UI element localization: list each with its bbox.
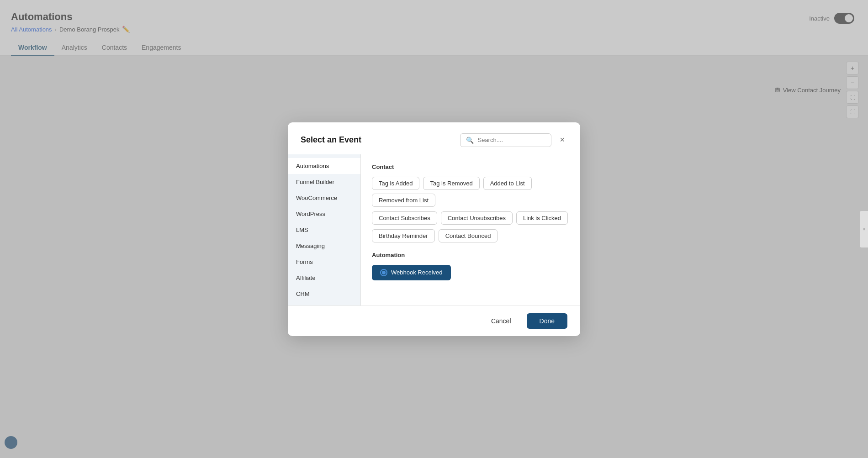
sidebar-item-automations[interactable]: Automations bbox=[288, 158, 360, 174]
modal-content-area: Contact Tag is Added Tag is Removed Adde… bbox=[361, 154, 580, 305]
cancel-button[interactable]: Cancel bbox=[481, 313, 521, 329]
modal-footer: Cancel Done bbox=[288, 305, 580, 336]
sidebar-item-funnel-builder[interactable]: Funnel Builder bbox=[288, 174, 360, 190]
chip-tag-is-added[interactable]: Tag is Added bbox=[372, 177, 419, 190]
chip-link-is-clicked[interactable]: Link is Clicked bbox=[516, 211, 568, 225]
search-icon: 🔍 bbox=[466, 137, 474, 144]
chip-contact-bounced[interactable]: Contact Bounced bbox=[439, 229, 498, 242]
webhook-received-label: Webhook Received bbox=[391, 269, 443, 276]
search-box: 🔍 bbox=[460, 133, 551, 147]
modal-sidebar: Automations Funnel Builder WooCommerce W… bbox=[288, 154, 361, 305]
automation-section-label: Automation bbox=[372, 252, 569, 258]
sidebar-item-messaging[interactable]: Messaging bbox=[288, 238, 360, 254]
contact-chips-row-1: Tag is Added Tag is Removed Added to Lis… bbox=[372, 177, 569, 207]
chip-contact-unsubscribes[interactable]: Contact Unsubscribes bbox=[441, 211, 513, 225]
side-widget-icon: ≡ bbox=[862, 228, 867, 231]
chip-tag-is-removed[interactable]: Tag is Removed bbox=[423, 177, 479, 190]
webhook-received-button[interactable]: Webhook Received bbox=[372, 265, 451, 280]
sidebar-item-woocommerce[interactable]: WooCommerce bbox=[288, 190, 360, 206]
contact-chips-row-3: Birthday Reminder Contact Bounced bbox=[372, 229, 569, 242]
contact-section-label: Contact bbox=[372, 163, 569, 170]
done-button[interactable]: Done bbox=[527, 313, 567, 329]
contact-section: Contact Tag is Added Tag is Removed Adde… bbox=[372, 163, 569, 242]
close-button[interactable]: × bbox=[557, 134, 567, 146]
sidebar-item-wordpress[interactable]: WordPress bbox=[288, 206, 360, 222]
modal-overlay: Select an Event 🔍 × Automations Funnel B… bbox=[0, 0, 868, 458]
contact-chips-row-2: Contact Subscribes Contact Unsubscribes … bbox=[372, 211, 569, 225]
chip-added-to-list[interactable]: Added to List bbox=[483, 177, 532, 190]
modal-title: Select an Event bbox=[301, 135, 361, 145]
sidebar-item-lms[interactable]: LMS bbox=[288, 222, 360, 238]
automation-section: Automation Webhook Received bbox=[372, 252, 569, 280]
search-input[interactable] bbox=[477, 137, 545, 143]
side-widget[interactable]: ≡ bbox=[860, 211, 868, 247]
chip-birthday-reminder[interactable]: Birthday Reminder bbox=[372, 229, 435, 242]
sidebar-item-crm[interactable]: CRM bbox=[288, 286, 360, 302]
select-event-modal: Select an Event 🔍 × Automations Funnel B… bbox=[288, 122, 580, 336]
chip-contact-subscribes[interactable]: Contact Subscribes bbox=[372, 211, 437, 225]
modal-header: Select an Event 🔍 × bbox=[288, 122, 580, 154]
chip-removed-from-list[interactable]: Removed from List bbox=[372, 194, 435, 207]
sidebar-item-affiliate[interactable]: Affiliate bbox=[288, 270, 360, 286]
webhook-icon bbox=[380, 269, 387, 276]
modal-body: Automations Funnel Builder WooCommerce W… bbox=[288, 154, 580, 305]
sidebar-item-forms[interactable]: Forms bbox=[288, 254, 360, 270]
